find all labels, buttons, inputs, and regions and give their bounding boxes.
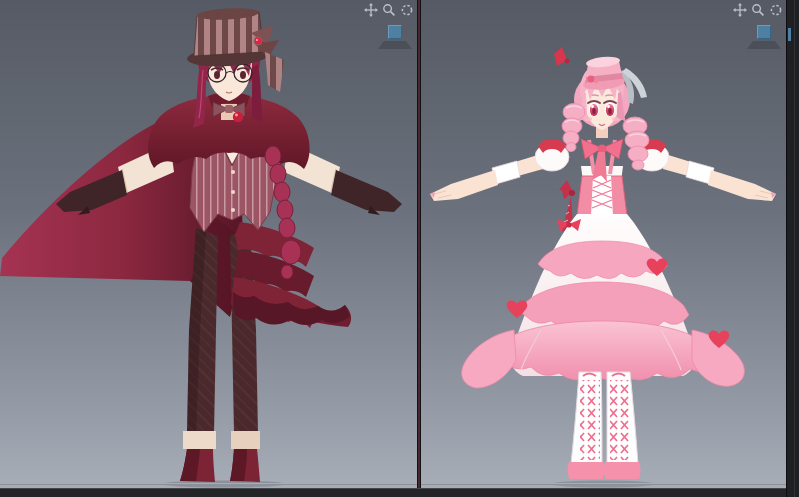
ground-line — [0, 483, 417, 485]
zoom-tool-icon[interactable] — [751, 3, 765, 17]
pan-tool-icon[interactable] — [364, 3, 378, 17]
left-model-viewport[interactable] — [0, 0, 417, 490]
material-swatch[interactable] — [757, 25, 771, 39]
right-edge-panel[interactable] — [786, 0, 799, 497]
male-character-model — [0, 0, 417, 490]
ground-line — [421, 483, 786, 485]
right-model-viewport[interactable] — [421, 0, 786, 490]
character-mini-hat — [553, 47, 626, 92]
model-preview-app — [0, 0, 799, 497]
viewport-toolbar — [364, 3, 414, 17]
character-skirt — [462, 214, 745, 388]
girl-character-model — [421, 0, 786, 490]
character-boots — [568, 372, 641, 479]
viewport-toolbar — [733, 3, 783, 17]
material-swatch[interactable] — [388, 25, 402, 39]
orbit-tool-icon[interactable] — [769, 3, 783, 17]
selection-accent — [788, 28, 791, 41]
orbit-tool-icon[interactable] — [400, 3, 414, 17]
bottom-bar — [0, 488, 786, 497]
zoom-tool-icon[interactable] — [382, 3, 396, 17]
panel-edge-highlight — [794, 0, 795, 497]
pan-tool-icon[interactable] — [733, 3, 747, 17]
